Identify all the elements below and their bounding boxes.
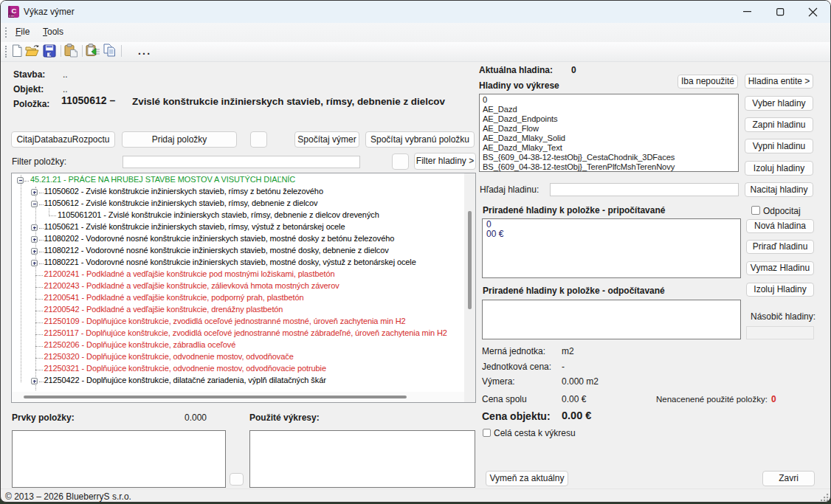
svg-text:C3D: C3D: [9, 15, 15, 18]
svg-text:C: C: [12, 7, 17, 15]
